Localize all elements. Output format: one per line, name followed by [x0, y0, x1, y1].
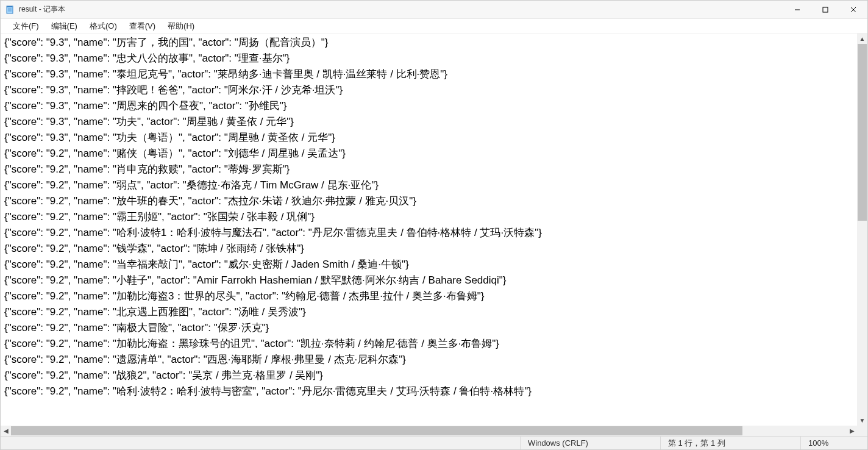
close-button[interactable]: [839, 1, 867, 18]
content-wrapper: {"score": "9.3", "name": "厉害了，我的国", "act…: [1, 34, 867, 426]
menu-file[interactable]: 文件(F): [7, 20, 45, 33]
menu-edit[interactable]: 编辑(E): [45, 20, 84, 33]
vertical-scrollbar-thumb[interactable]: [858, 44, 867, 221]
titlebar: result - 记事本: [1, 1, 867, 19]
window-controls: [783, 1, 867, 18]
menu-view[interactable]: 查看(V): [123, 20, 162, 33]
statusbar: Windows (CRLF) 第 1 行，第 1 列 100%: [1, 436, 867, 449]
status-zoom: 100%: [800, 437, 867, 449]
menu-format[interactable]: 格式(O): [84, 20, 123, 33]
notepad-window: result - 记事本 文件(F) 编辑(E) 格式(O) 查看(V) 帮助(…: [0, 0, 868, 450]
horizontal-scrollbar-thumb[interactable]: [11, 426, 742, 435]
titlebar-left: result - 记事本: [5, 4, 65, 15]
menu-help[interactable]: 帮助(H): [162, 20, 201, 33]
scroll-down-button[interactable]: ▼: [857, 415, 867, 426]
maximize-button[interactable]: [811, 1, 839, 18]
svg-rect-6: [823, 7, 828, 12]
minimize-button[interactable]: [783, 1, 811, 18]
svg-rect-1: [7, 6, 12, 7]
scroll-left-button[interactable]: ◀: [1, 426, 11, 436]
status-line-ending: Windows (CRLF): [520, 437, 660, 449]
scroll-right-button[interactable]: ▶: [847, 426, 857, 436]
scroll-up-button[interactable]: ▲: [857, 34, 867, 44]
scrollbar-corner: [857, 426, 867, 436]
menubar: 文件(F) 编辑(E) 格式(O) 查看(V) 帮助(H): [1, 19, 867, 34]
window-title: result - 记事本: [19, 4, 65, 15]
horizontal-scrollbar[interactable]: ◀ ▶: [1, 426, 867, 436]
vertical-scrollbar[interactable]: ▲ ▼: [857, 34, 867, 426]
status-cursor-position: 第 1 行，第 1 列: [660, 437, 800, 449]
notepad-icon: [5, 5, 15, 15]
text-area[interactable]: {"score": "9.3", "name": "厉害了，我的国", "act…: [1, 34, 857, 426]
